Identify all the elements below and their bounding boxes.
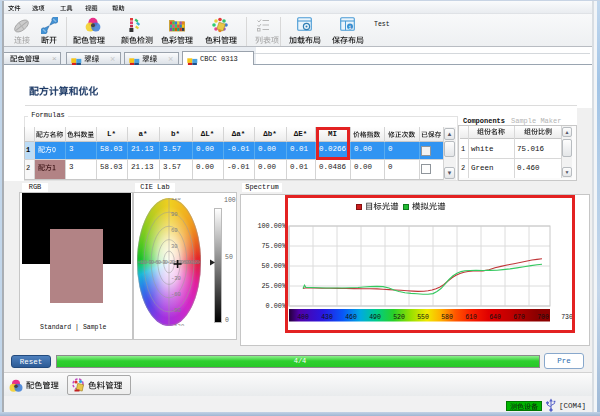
svg-text:-120: -120 [171,323,184,326]
svg-text:30: 30 [171,243,178,250]
svg-text:-90: -90 [171,307,181,314]
svg-text:60: 60 [171,227,178,234]
svg-text:-30: -30 [171,275,181,282]
svg-text:90: 90 [171,211,178,218]
svg-text:120: 120 [171,198,181,202]
svg-text:-120-90-60-30-20:0306090120: -120-90-60-30-20:0306090120 [137,259,200,266]
svg-text:-60: -60 [171,291,181,298]
